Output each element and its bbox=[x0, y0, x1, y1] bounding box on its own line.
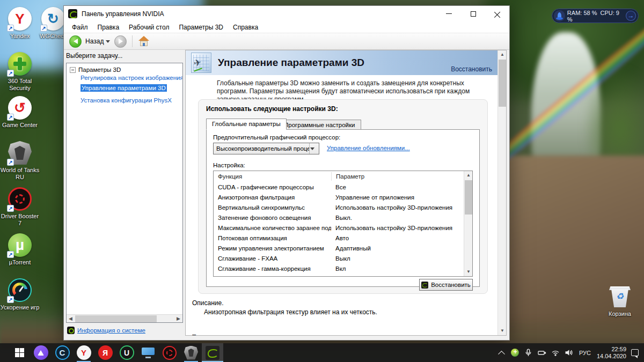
expand-arrow-icon[interactable]: → bbox=[626, 11, 636, 21]
setting-cell[interactable]: Адаптивный bbox=[331, 245, 464, 252]
scrollbar-thumb[interactable] bbox=[75, 315, 157, 322]
setting-cell[interactable]: Использовать настройку 3D-приложения bbox=[331, 225, 464, 231]
language-indicator[interactable]: РУС bbox=[578, 350, 592, 356]
table-row[interactable]: Затенение фонового освещенияВыкл. bbox=[214, 212, 464, 223]
tree-collapse-icon[interactable] bbox=[70, 67, 76, 73]
tree-root-label[interactable]: Параметры 3D bbox=[78, 67, 121, 73]
preferred-gpu-select[interactable]: Высокопроизводительный процессо bbox=[213, 143, 319, 154]
minimize-button[interactable] bbox=[437, 6, 461, 21]
menu-edit[interactable]: Правка bbox=[93, 23, 125, 32]
action-center-icon[interactable] bbox=[631, 349, 639, 356]
desktop-icon-utorrent[interactable]: µ↗ µTorrent bbox=[0, 233, 40, 266]
restore-button[interactable]: Восстановить bbox=[419, 279, 473, 291]
taskbar-item-alice[interactable] bbox=[30, 343, 52, 362]
back-button[interactable] bbox=[69, 35, 82, 48]
feature-cell[interactable]: Вертикальный синхроимпульс bbox=[214, 204, 331, 211]
scroll-down-icon[interactable]: ▼ bbox=[498, 327, 507, 335]
taskbar-item-driver-booster[interactable] bbox=[159, 343, 180, 362]
taskbar-item-ccleaner[interactable]: C bbox=[52, 343, 73, 362]
wifi-icon[interactable] bbox=[551, 349, 560, 357]
title-bar[interactable]: Панель управления NVIDIA bbox=[64, 6, 509, 21]
table-row[interactable]: Режим управления электропитаниемАдаптивн… bbox=[214, 243, 464, 253]
close-button[interactable] bbox=[485, 6, 509, 21]
table-scrollbar[interactable]: ▲ ▼ bbox=[464, 171, 472, 276]
table-row[interactable]: Сглаживание - FXAAВыкл bbox=[214, 253, 464, 263]
feature-cell[interactable]: Потоковая оптимизация bbox=[214, 235, 331, 241]
table-row[interactable]: Анизотропная фильтрацияУправление от при… bbox=[214, 192, 464, 202]
desktop-icon-game-center[interactable]: ↺↗ Game Center bbox=[0, 95, 40, 129]
table-row[interactable]: CUDA - графические процессорыВсе bbox=[214, 182, 464, 192]
table-row[interactable]: Потоковая оптимизацияАвто bbox=[214, 233, 464, 243]
volume-icon[interactable] bbox=[565, 349, 573, 357]
system-info-link[interactable]: Информация о системе bbox=[77, 327, 145, 334]
menu-file[interactable]: Файл bbox=[67, 23, 93, 32]
taskbar-item-nvidia-control-panel[interactable] bbox=[202, 343, 223, 362]
scrollbar-thumb[interactable] bbox=[465, 180, 472, 215]
scroll-down-icon[interactable]: ▼ bbox=[464, 268, 473, 276]
menu-desktop[interactable]: Рабочий стол bbox=[124, 23, 174, 32]
table-row[interactable]: Максимальное количество заранее под...Ис… bbox=[214, 223, 464, 233]
desktop-icon-recycle-bin[interactable]: ♻ Корзина bbox=[600, 284, 640, 317]
taskbar-item-yandex[interactable]: Я bbox=[94, 343, 116, 362]
setting-cell[interactable]: Все bbox=[331, 184, 464, 190]
scroll-up-icon[interactable]: ▲ bbox=[464, 171, 473, 180]
tree-item-adjust-image[interactable]: Регулировка настроек изображения с пр bbox=[80, 75, 182, 81]
table-row[interactable]: Вертикальный синхроимпульсИспользовать н… bbox=[214, 202, 464, 212]
tab-global-settings[interactable]: Глобальные параметры bbox=[206, 119, 287, 130]
scroll-left-icon[interactable]: ◀ bbox=[67, 315, 75, 323]
horizontal-scrollbar[interactable]: ◀ ▶ bbox=[67, 314, 182, 322]
scrollbar-thumb[interactable] bbox=[499, 60, 506, 107]
battery-icon[interactable] bbox=[538, 349, 546, 357]
menu-3d-settings[interactable]: Параметры 3D bbox=[174, 23, 228, 32]
tree-item-manage-3d[interactable]: Управление параметрами 3D bbox=[80, 84, 167, 92]
column-setting[interactable]: Параметр bbox=[331, 172, 464, 181]
start-button[interactable] bbox=[9, 343, 30, 362]
show-hidden-icons-chevron[interactable] bbox=[497, 349, 506, 357]
taskbar-item-world-of-tanks[interactable] bbox=[180, 343, 202, 362]
desktop-icon-game-boost[interactable]: ↗ Ускорение игр bbox=[0, 278, 40, 311]
microphone-icon[interactable] bbox=[524, 349, 533, 357]
setting-cell[interactable]: Вкл bbox=[331, 265, 464, 272]
setting-cell[interactable]: Выкл bbox=[331, 255, 464, 262]
tab-program-settings[interactable]: Программные настройки bbox=[278, 120, 361, 130]
desktop-icon-360-total-security[interactable]: ↗ 360 Total Security bbox=[0, 51, 40, 92]
360-security-tray-icon[interactable] bbox=[511, 349, 519, 357]
dropdown-button[interactable] bbox=[309, 143, 319, 154]
tree-node-3d-settings[interactable]: Параметры 3D bbox=[70, 67, 182, 73]
setting-cell[interactable]: Управление от приложения bbox=[331, 276, 464, 277]
main-scrollbar[interactable]: ▲ ▼ bbox=[497, 50, 506, 335]
desktop-icon-world-of-tanks[interactable]: ↗ World of Tanks RU bbox=[0, 141, 40, 181]
feature-cell[interactable]: Режим управления электропитанием bbox=[214, 245, 331, 252]
scroll-up-icon[interactable]: ▲ bbox=[498, 50, 507, 59]
forward-button[interactable] bbox=[114, 35, 127, 48]
setting-cell[interactable]: Авто bbox=[331, 235, 464, 241]
back-label[interactable]: Назад bbox=[85, 38, 104, 45]
desktop-icon-driver-booster[interactable]: ↗ Driver Booster 7 bbox=[0, 187, 40, 227]
setting-cell[interactable]: Выкл. bbox=[331, 215, 464, 221]
back-history-caret-icon[interactable] bbox=[106, 40, 110, 43]
menu-help[interactable]: Справка bbox=[228, 23, 263, 32]
table-row[interactable]: Сглаживание - параметрыУправление от при… bbox=[214, 274, 464, 276]
feature-cell[interactable]: Сглаживание - гамма-коррекция bbox=[214, 265, 331, 272]
column-feature[interactable]: Функция bbox=[214, 173, 331, 180]
restore-defaults-link[interactable]: Восстановить bbox=[451, 65, 492, 73]
taskbar-item-yandex-browser[interactable]: Y bbox=[73, 343, 94, 362]
feature-cell[interactable]: Сглаживание - FXAA bbox=[214, 255, 331, 262]
setting-cell[interactable]: Использовать настройку 3D-приложения bbox=[331, 204, 464, 211]
taskbar-item-iobit[interactable]: U bbox=[116, 343, 137, 362]
maximize-button[interactable] bbox=[461, 6, 485, 21]
tree-item-physx[interactable]: Установка конфигурации PhysX bbox=[80, 97, 182, 104]
feature-cell[interactable]: Затенение фонового освещения bbox=[214, 215, 331, 221]
feature-cell[interactable]: Сглаживание - параметры bbox=[214, 276, 331, 277]
feature-cell[interactable]: Анизотропная фильтрация bbox=[214, 194, 331, 201]
performance-widget[interactable]: RAM: 58 %CPU: 9 % → bbox=[552, 9, 639, 23]
feature-cell[interactable]: Максимальное количество заранее под... bbox=[214, 225, 331, 231]
taskbar-item-file-explorer[interactable] bbox=[137, 343, 159, 362]
scroll-right-icon[interactable]: ▶ bbox=[174, 315, 182, 323]
clock[interactable]: 22:59 14.04.2020 bbox=[597, 346, 626, 360]
feature-cell[interactable]: CUDA - графические процессоры bbox=[214, 184, 331, 190]
manage-updates-link[interactable]: Управление обновлениями... bbox=[327, 145, 410, 151]
setting-cell[interactable]: Управление от приложения bbox=[331, 194, 464, 201]
table-row[interactable]: Сглаживание - гамма-коррекцияВкл bbox=[214, 263, 464, 274]
rocket-icon[interactable] bbox=[554, 10, 565, 21]
